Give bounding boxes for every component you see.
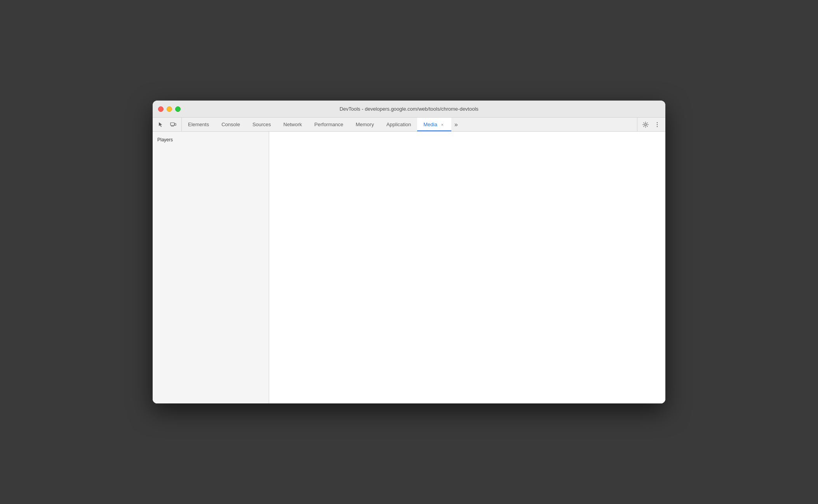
- window-title: DevTools - developers.google.com/web/too…: [339, 106, 479, 112]
- cursor-icon[interactable]: [156, 120, 166, 130]
- tabs: Elements Console Sources Network Perform…: [182, 118, 637, 131]
- svg-point-7: [657, 124, 658, 125]
- tab-elements[interactable]: Elements: [182, 118, 215, 131]
- tab-console[interactable]: Console: [215, 118, 246, 131]
- settings-icon[interactable]: [640, 120, 651, 130]
- tab-sources[interactable]: Sources: [246, 118, 277, 131]
- device-toggle-icon[interactable]: [168, 120, 178, 130]
- sidebar: Players: [153, 132, 269, 403]
- tab-media-close[interactable]: ×: [440, 122, 445, 127]
- svg-rect-1: [175, 123, 176, 125]
- more-options-icon[interactable]: [652, 120, 662, 130]
- tab-memory[interactable]: Memory: [350, 118, 380, 131]
- traffic-lights: [158, 106, 181, 112]
- devtools-container: Elements Console Sources Network Perform…: [153, 118, 665, 403]
- tab-performance[interactable]: Performance: [308, 118, 349, 131]
- tab-application[interactable]: Application: [380, 118, 418, 131]
- devtools-window: DevTools - developers.google.com/web/too…: [153, 101, 665, 403]
- tab-network[interactable]: Network: [277, 118, 308, 131]
- svg-point-6: [657, 122, 658, 123]
- players-label: Players: [153, 135, 269, 145]
- minimize-button[interactable]: [167, 106, 172, 112]
- tab-media[interactable]: Media ×: [417, 118, 451, 131]
- svg-rect-0: [171, 123, 174, 125]
- maximize-button[interactable]: [175, 106, 181, 112]
- tab-overflow-button[interactable]: »: [451, 118, 461, 131]
- toolbar-icons: [153, 118, 182, 131]
- title-bar: DevTools - developers.google.com/web/too…: [153, 101, 665, 118]
- svg-point-5: [645, 123, 647, 125]
- toolbar-right: [637, 118, 665, 131]
- content-area: Players: [153, 132, 665, 403]
- toolbar: Elements Console Sources Network Perform…: [153, 118, 665, 132]
- close-button[interactable]: [158, 106, 164, 112]
- svg-point-8: [657, 126, 658, 127]
- main-panel: [269, 132, 665, 403]
